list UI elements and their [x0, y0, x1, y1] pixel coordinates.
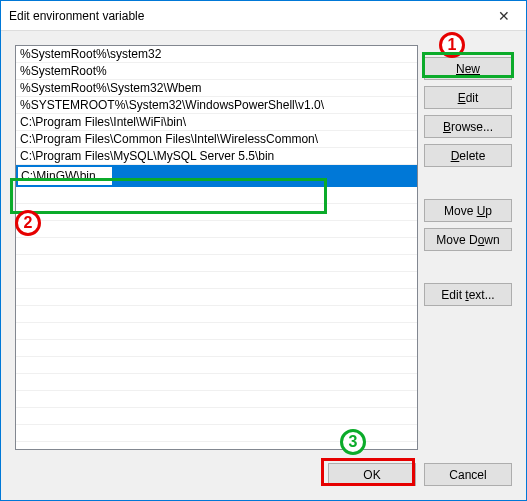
list-item-empty [16, 357, 417, 374]
list-item-empty [16, 255, 417, 272]
side-button-column: New Edit Browse... Delete Move Up Move D… [424, 45, 512, 450]
list-item[interactable]: %SystemRoot% [16, 63, 417, 80]
list-item-editing[interactable] [16, 165, 417, 187]
list-item[interactable]: %SystemRoot%\System32\Wbem [16, 80, 417, 97]
edit-text-button[interactable]: Edit text... [424, 283, 512, 306]
list-item-empty [16, 425, 417, 442]
titlebar: Edit environment variable ✕ [1, 1, 526, 31]
list-item-empty [16, 408, 417, 425]
cancel-button[interactable]: Cancel [424, 463, 512, 486]
window-title: Edit environment variable [9, 9, 481, 23]
path-listbox[interactable]: %SystemRoot%\system32 %SystemRoot% %Syst… [15, 45, 418, 450]
delete-button[interactable]: Delete [424, 144, 512, 167]
close-icon: ✕ [498, 8, 510, 24]
new-button[interactable]: New [424, 57, 512, 80]
list-item-empty [16, 221, 417, 238]
move-down-button[interactable]: Move Down [424, 228, 512, 251]
list-item-empty [16, 306, 417, 323]
move-up-button[interactable]: Move Up [424, 199, 512, 222]
list-item-empty [16, 238, 417, 255]
list-item[interactable]: %SYSTEMROOT%\System32\WindowsPowerShell\… [16, 97, 417, 114]
list-item-empty [16, 204, 417, 221]
list-item-empty [16, 272, 417, 289]
path-edit-input[interactable] [17, 166, 113, 186]
list-item[interactable]: C:\Program Files\MySQL\MySQL Server 5.5\… [16, 148, 417, 165]
list-item-empty [16, 323, 417, 340]
list-item-empty [16, 340, 417, 357]
list-item-empty [16, 187, 417, 204]
close-button[interactable]: ✕ [481, 1, 526, 31]
list-item[interactable]: %SystemRoot%\system32 [16, 46, 417, 63]
list-item[interactable]: C:\Program Files\Common Files\Intel\Wire… [16, 131, 417, 148]
browse-button[interactable]: Browse... [424, 115, 512, 138]
list-item-empty [16, 289, 417, 306]
list-item-empty [16, 391, 417, 408]
dialog-content: %SystemRoot%\system32 %SystemRoot% %Syst… [1, 31, 526, 500]
bottom-button-row: OK Cancel [328, 463, 512, 486]
list-item-empty [16, 374, 417, 391]
ok-button[interactable]: OK [328, 463, 416, 486]
list-item[interactable]: C:\Program Files\Intel\WiFi\bin\ [16, 114, 417, 131]
edit-button[interactable]: Edit [424, 86, 512, 109]
